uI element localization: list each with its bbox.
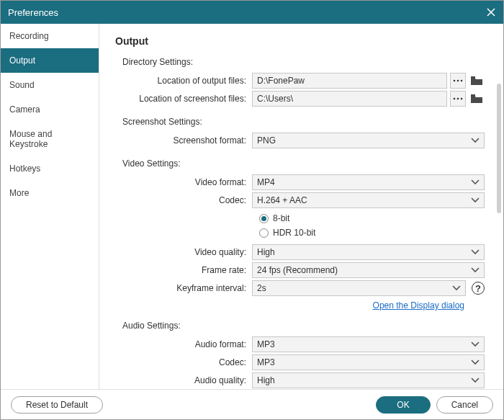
row-video-format: Video format: MP4 xyxy=(122,174,485,190)
chevron-down-icon xyxy=(471,249,480,255)
label-audio-quality: Audio quality: xyxy=(122,375,252,385)
radio-checked-icon xyxy=(259,214,269,223)
display-dialog-row: Open the Display dialog xyxy=(115,300,464,310)
folder-icon xyxy=(470,94,483,104)
row-audio-quality: Audio quality: High xyxy=(122,372,485,388)
row-frame-rate: Frame rate: 24 fps (Recommend) xyxy=(122,262,485,278)
keyframe-interval-select[interactable]: 2s xyxy=(252,280,466,296)
video-format-select[interactable]: MP4 xyxy=(252,174,485,190)
row-screenshot-format: Screenshot format: PNG xyxy=(122,133,485,148)
screenshot-format-select[interactable]: PNG xyxy=(252,133,485,148)
folder-icon xyxy=(470,76,483,86)
row-audio-format: Audio format: MP3 xyxy=(122,336,485,352)
cancel-button[interactable]: Cancel xyxy=(436,396,493,414)
sidebar-item-hotkeys[interactable]: Hotkeys xyxy=(1,156,99,181)
chevron-down-icon xyxy=(471,179,480,185)
label-video-quality: Video quality: xyxy=(122,247,252,257)
browse-screenshot-button[interactable] xyxy=(450,91,466,107)
bitdepth-hdr-option[interactable]: HDR 10-bit xyxy=(259,225,485,240)
sidebar-item-label: Output xyxy=(9,55,35,66)
label-output-location: Location of output files: xyxy=(122,76,252,86)
row-audio-codec: Codec: MP3 xyxy=(122,354,485,370)
ellipsis-icon xyxy=(453,97,463,101)
titlebar: Preferences xyxy=(1,1,503,24)
audio-quality-select[interactable]: High xyxy=(252,372,485,388)
row-keyframe-interval: Keyframe interval: 2s ? xyxy=(122,280,485,296)
chevron-down-icon xyxy=(471,377,480,383)
close-icon xyxy=(486,7,496,17)
chevron-down-icon xyxy=(471,359,480,365)
svg-point-6 xyxy=(461,98,463,100)
sidebar-item-label: Sound xyxy=(9,80,35,90)
output-location-field[interactable]: D:\FonePaw xyxy=(252,73,447,89)
scrollbar-thumb[interactable] xyxy=(497,84,501,213)
section-audio: Audio Settings: xyxy=(122,321,485,331)
row-screenshot-location: Location of screenshot files: C:\Users\ xyxy=(122,91,485,107)
chevron-down-icon xyxy=(471,267,480,273)
svg-point-1 xyxy=(457,80,459,82)
video-quality-select[interactable]: High xyxy=(252,244,485,260)
close-button[interactable] xyxy=(486,7,496,17)
sidebar-item-recording[interactable]: Recording xyxy=(1,24,99,48)
ok-button[interactable]: OK xyxy=(376,396,430,414)
row-output-location: Location of output files: D:\FonePaw xyxy=(122,73,485,89)
video-codec-select[interactable]: H.264 + AAC xyxy=(252,192,485,208)
label-video-format: Video format: xyxy=(122,177,252,187)
window-title: Preferences xyxy=(8,7,58,18)
page-title: Output xyxy=(115,35,485,47)
bitdepth-8bit-option[interactable]: 8-bit xyxy=(259,211,485,225)
frame-rate-select[interactable]: 24 fps (Recommend) xyxy=(252,262,485,278)
audio-codec-select[interactable]: MP3 xyxy=(252,354,485,370)
radio-unchecked-icon xyxy=(259,228,269,238)
label-audio-format: Audio format: xyxy=(122,339,252,349)
label-screenshot-format: Screenshot format: xyxy=(122,135,252,146)
sidebar-item-label: Hotkeys xyxy=(9,164,40,174)
main-panel: Output Directory Settings: Location of o… xyxy=(99,24,503,389)
sidebar-item-output[interactable]: Output xyxy=(1,48,99,73)
sidebar-item-mouse-keystroke[interactable]: Mouse and Keystroke xyxy=(1,122,99,156)
footer: Reset to Default OK Cancel xyxy=(1,389,503,419)
label-audio-codec: Codec: xyxy=(122,357,252,367)
svg-rect-7 xyxy=(471,94,475,97)
audio-format-select[interactable]: MP3 xyxy=(252,336,485,352)
sidebar-item-label: Mouse and Keystroke xyxy=(9,129,52,149)
bitdepth-hdr-label: HDR 10-bit xyxy=(273,228,315,238)
row-video-quality: Video quality: High xyxy=(122,244,485,260)
section-directory: Directory Settings: xyxy=(122,57,485,67)
sidebar-item-sound[interactable]: Sound xyxy=(1,73,99,97)
bitdepth-group: 8-bit HDR 10-bit xyxy=(259,211,485,240)
sidebar-item-more[interactable]: More xyxy=(1,181,99,205)
browse-output-button[interactable] xyxy=(450,73,466,89)
help-icon: ? xyxy=(475,283,481,294)
open-screenshot-folder-button[interactable] xyxy=(469,91,485,107)
sidebar: Recording Output Sound Camera Mouse and … xyxy=(1,24,99,389)
section-video: Video Settings: xyxy=(122,158,485,169)
svg-rect-3 xyxy=(471,76,475,79)
keyframe-help-button[interactable]: ? xyxy=(472,282,485,295)
main-scroll[interactable]: Output Directory Settings: Location of o… xyxy=(99,24,503,389)
chevron-down-icon xyxy=(471,138,480,143)
label-frame-rate: Frame rate: xyxy=(122,265,252,275)
sidebar-item-label: Recording xyxy=(9,31,49,41)
chevron-down-icon xyxy=(471,341,480,347)
sidebar-item-label: Camera xyxy=(9,104,40,115)
body: Recording Output Sound Camera Mouse and … xyxy=(1,24,503,389)
preferences-window: Preferences Recording Output Sound Camer… xyxy=(0,0,504,420)
reset-to-default-button[interactable]: Reset to Default xyxy=(11,396,103,414)
row-video-codec: Codec: H.264 + AAC xyxy=(122,192,485,208)
section-screenshot: Screenshot Settings: xyxy=(122,117,485,127)
svg-point-5 xyxy=(457,98,459,100)
open-output-folder-button[interactable] xyxy=(469,73,485,89)
chevron-down-icon xyxy=(452,285,461,291)
svg-point-4 xyxy=(454,98,456,100)
chevron-down-icon xyxy=(471,197,480,203)
screenshot-location-field[interactable]: C:\Users\ xyxy=(252,91,447,107)
open-display-dialog-link[interactable]: Open the Display dialog xyxy=(373,300,464,310)
label-screenshot-location: Location of screenshot files: xyxy=(122,94,252,104)
svg-point-2 xyxy=(461,80,463,82)
label-video-codec: Codec: xyxy=(122,195,252,205)
svg-point-0 xyxy=(454,80,456,82)
sidebar-item-camera[interactable]: Camera xyxy=(1,97,99,122)
sidebar-item-label: More xyxy=(9,188,29,198)
label-keyframe-interval: Keyframe interval: xyxy=(122,283,252,293)
